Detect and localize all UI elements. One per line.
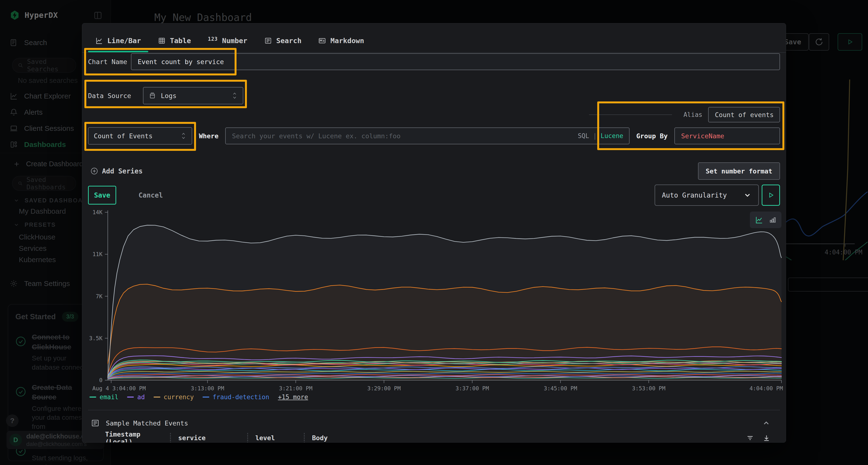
line-chart-icon[interactable]	[755, 216, 763, 224]
tab-label: Line/Bar	[107, 37, 141, 45]
bar-chart-icon[interactable]	[769, 216, 777, 224]
legend-label: ad	[137, 393, 145, 401]
tab-search[interactable]: Search	[257, 30, 309, 52]
data-source-select[interactable]: Logs	[143, 87, 243, 104]
query-language-toggle: SQL | Lucene	[578, 132, 623, 139]
svg-text:14K: 14K	[92, 209, 102, 215]
legend-more-link[interactable]: +15 more	[278, 393, 308, 401]
tabs-divider	[82, 52, 786, 53]
svg-text:3:45:00 PM: 3:45:00 PM	[544, 385, 577, 392]
legend-item-fraud-detection[interactable]: fraud-detection	[203, 393, 269, 401]
granularity-select[interactable]: Auto Granularity	[655, 185, 759, 206]
group-by-input[interactable]	[674, 128, 780, 144]
lucene-toggle[interactable]: Lucene	[600, 132, 623, 139]
where-search-input[interactable]	[225, 128, 629, 144]
sample-events-title: Sample Matched Events	[106, 420, 188, 427]
group-by-label: Group By	[636, 132, 668, 140]
chart-style-toggle	[750, 211, 781, 228]
alias-input[interactable]	[708, 107, 780, 122]
markdown-icon	[318, 37, 326, 44]
download-icon[interactable]	[763, 434, 770, 442]
aggregation-value: Count of Events	[94, 132, 153, 140]
filter-icon[interactable]	[746, 434, 754, 442]
database-icon	[149, 92, 156, 99]
series-row: Count of Events Where SQL | Lucene Group…	[88, 127, 780, 145]
set-number-format-button[interactable]: Set number format	[698, 162, 780, 180]
save-button[interactable]: Save	[88, 186, 116, 204]
legend-item-currency[interactable]: currency	[154, 393, 194, 401]
line-chart-icon	[95, 37, 103, 44]
section-divider	[88, 410, 780, 410]
chart-name-input[interactable]	[131, 53, 780, 70]
sql-toggle[interactable]: SQL	[578, 132, 589, 139]
table-icon	[158, 37, 166, 44]
column-header-body[interactable]: Body	[304, 433, 400, 442]
event-list-icon	[264, 37, 272, 44]
svg-text:3:29:00 PM: 3:29:00 PM	[367, 385, 401, 392]
tab-label: Search	[276, 37, 302, 45]
data-source-label: Data Source	[88, 92, 143, 100]
svg-text:3:21:00 PM: 3:21:00 PM	[279, 385, 312, 392]
column-header-service[interactable]: service	[170, 433, 247, 442]
save-row: Save Cancel Auto Granularity	[88, 184, 780, 206]
alias-divider	[589, 114, 672, 115]
number-123-icon: 123	[208, 36, 218, 42]
data-source-row: Data Source Logs	[88, 87, 243, 105]
sample-events-table-header: Timestamp (Local) service level Body	[88, 433, 780, 442]
legend-swatch	[154, 397, 160, 398]
legend-item-ad[interactable]: ad	[127, 393, 145, 401]
add-series-button[interactable]: Add Series	[90, 167, 143, 175]
sample-events-header: Sample Matched Events	[91, 417, 780, 429]
chart-type-tabs: Line/Bar Table 123 Number Search Markdow…	[88, 30, 371, 52]
select-chevrons-icon	[232, 92, 238, 100]
svg-text:0: 0	[99, 377, 102, 383]
tab-markdown[interactable]: Markdown	[311, 30, 371, 52]
aggregation-select[interactable]: Count of Events	[88, 127, 192, 144]
svg-text:3:53:00 PM: 3:53:00 PM	[632, 385, 665, 392]
tab-label: Table	[170, 37, 191, 45]
chart-name-label: Chart Name	[88, 58, 131, 66]
svg-text:3:13:00 PM: 3:13:00 PM	[191, 385, 224, 392]
chart-name-row: Chart Name	[88, 53, 780, 70]
select-chevrons-icon	[181, 132, 186, 140]
toggle-separator: |	[593, 132, 597, 139]
where-label: Where	[199, 132, 218, 140]
where-input-wrap: SQL | Lucene	[225, 128, 629, 144]
chart-editor-modal: Line/Bar Table 123 Number Search Markdow…	[82, 23, 786, 442]
chevron-down-icon	[743, 191, 751, 199]
legend-label: currency	[164, 393, 194, 401]
tab-line-bar[interactable]: Line/Bar	[88, 30, 148, 52]
cancel-button[interactable]: Cancel	[138, 191, 163, 199]
legend-label: email	[100, 393, 118, 401]
chart-legend: email ad currency fraud-detection +15 mo…	[89, 392, 308, 402]
legend-label: fraud-detection	[213, 393, 269, 401]
svg-text:11K: 11K	[92, 251, 102, 257]
tab-label: Number	[222, 37, 247, 45]
event-list-icon	[91, 419, 100, 427]
tab-table[interactable]: Table	[151, 30, 198, 52]
legend-swatch	[203, 397, 209, 398]
svg-text:3.5K: 3.5K	[89, 335, 103, 341]
tab-number[interactable]: 123 Number	[200, 30, 255, 52]
run-query-button[interactable]	[762, 185, 780, 206]
svg-text:7K: 7K	[96, 293, 102, 299]
data-source-value: Logs	[161, 92, 177, 100]
chevron-up-icon[interactable]	[762, 419, 770, 427]
alias-row: Alias	[589, 107, 780, 123]
alias-label: Alias	[684, 111, 702, 118]
series-actions-row: Add Series Set number format	[90, 162, 780, 180]
plus-circle-icon	[90, 167, 98, 175]
play-icon	[767, 192, 774, 199]
column-header-level[interactable]: level	[247, 433, 304, 442]
svg-text:3:37:00 PM: 3:37:00 PM	[456, 385, 489, 392]
legend-swatch	[127, 397, 134, 398]
add-series-label: Add Series	[102, 167, 143, 175]
granularity-value: Auto Granularity	[662, 191, 727, 199]
svg-text:Aug 4 3:04:00 PM: Aug 4 3:04:00 PM	[92, 385, 146, 392]
column-header-timestamp[interactable]: Timestamp (Local)	[88, 433, 170, 442]
legend-swatch	[89, 397, 96, 398]
svg-text:4:04:00 PM: 4:04:00 PM	[750, 385, 783, 392]
legend-item-email[interactable]: email	[89, 393, 118, 401]
series-chart[interactable]: 03.5K7K11K14KAug 4 3:04:00 PM3:13:00 PM3…	[87, 208, 784, 399]
tab-label: Markdown	[330, 37, 364, 45]
